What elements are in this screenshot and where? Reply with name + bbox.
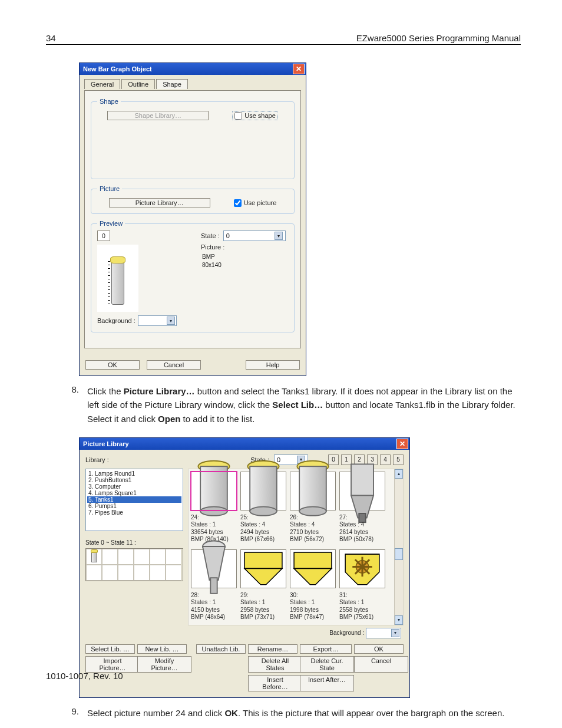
- library-list-item[interactable]: 5. Tanks1: [87, 496, 181, 503]
- thumbnail[interactable]: [290, 549, 336, 588]
- background-dropdown[interactable]: ▾: [366, 628, 401, 638]
- titlebar[interactable]: Picture Library ✕: [80, 438, 409, 450]
- tab-shape[interactable]: Shape: [156, 79, 188, 89]
- tank-icon: [240, 472, 286, 510]
- background-label: Background :: [329, 629, 364, 635]
- preview-legend: Preview: [97, 220, 125, 227]
- library-list-item[interactable]: 3. Computer: [87, 483, 181, 490]
- shape-group: Shape Shape Library… Use shape: [91, 98, 295, 179]
- state-value: 0: [226, 232, 230, 239]
- svg-rect-16: [294, 552, 332, 568]
- tank-icon: [290, 472, 336, 510]
- tab-outline[interactable]: Outline: [121, 79, 155, 89]
- page-header-title: EZware5000 Series Programming Manual: [356, 33, 521, 43]
- thumbnail[interactable]: [339, 472, 385, 510]
- scroll-down-icon[interactable]: ▾: [395, 615, 403, 625]
- thumbnail[interactable]: [191, 472, 237, 510]
- svg-marker-17: [294, 569, 332, 585]
- library-list-item[interactable]: 4. Lamps Square1: [87, 490, 181, 496]
- picture-meta-type: BMP: [202, 253, 288, 261]
- help-button[interactable]: Help: [246, 360, 300, 370]
- export-button[interactable]: Export…: [300, 644, 352, 654]
- thumbnail-meta: 30:States : 11998 bytesBMP (78x47): [290, 591, 336, 621]
- step-number: 9.: [46, 706, 87, 720]
- new-bar-graph-dialog: New Bar Graph Object ✕ General Outline S…: [79, 62, 306, 376]
- import-picture-button[interactable]: Import Picture…: [85, 656, 140, 673]
- shape-library-button[interactable]: Shape Library…: [107, 111, 209, 120]
- background-label: Background :: [97, 317, 135, 324]
- tank-icon: [339, 549, 385, 588]
- cancel-button[interactable]: Cancel: [147, 360, 201, 370]
- tank-icon: [240, 549, 286, 588]
- scrollbar[interactable]: ▴ ▾: [394, 469, 403, 625]
- svg-rect-9: [351, 464, 373, 495]
- use-picture-checkbox[interactable]: Use picture: [234, 199, 277, 207]
- ok-button[interactable]: OK: [85, 360, 140, 370]
- library-list-item[interactable]: 7. Pipes Blue: [87, 509, 181, 516]
- scroll-up-icon[interactable]: ▴: [395, 469, 403, 479]
- ok-button[interactable]: OK: [354, 644, 404, 654]
- library-label: Library :: [85, 456, 109, 463]
- dialog-title: Picture Library: [83, 440, 396, 447]
- thumbnail[interactable]: [240, 549, 286, 588]
- cancel-button[interactable]: Cancel: [354, 656, 408, 673]
- picture-legend: Picture: [97, 185, 122, 192]
- library-list-item[interactable]: 1. Lamps Round1: [87, 470, 181, 477]
- tank-preview: [97, 245, 138, 312]
- tank-icon: [339, 472, 385, 510]
- insert-before-button[interactable]: Insert Before…: [248, 675, 302, 691]
- chevron-down-icon: ▾: [167, 317, 175, 325]
- rename-button[interactable]: Rename…: [248, 644, 297, 654]
- numtab-5[interactable]: 5: [393, 454, 404, 465]
- thumbnail[interactable]: [191, 549, 237, 588]
- insert-after-button[interactable]: Insert After…: [300, 675, 354, 691]
- library-list[interactable]: 1. Lamps Round12. PushButtons13. Compute…: [85, 469, 183, 531]
- select-lib-button[interactable]: Select Lib. …: [85, 644, 135, 654]
- state-grid[interactable]: [85, 548, 183, 581]
- chevron-down-icon: ▾: [391, 629, 399, 637]
- svg-rect-4: [250, 466, 277, 511]
- svg-rect-7: [299, 466, 326, 511]
- use-shape-label: Use shape: [244, 112, 276, 119]
- picture-library-button[interactable]: Picture Library…: [109, 198, 210, 207]
- state-range-label: State 0 ~ State 11 :: [85, 539, 183, 546]
- thumbnail[interactable]: [339, 549, 385, 588]
- step-text: Click the Picture Library… button and se…: [87, 384, 521, 426]
- thumbnail[interactable]: [290, 472, 336, 510]
- tab-general[interactable]: General: [84, 79, 120, 89]
- picture-group: Picture Picture Library… Use picture: [91, 185, 295, 214]
- thumbnail[interactable]: [240, 472, 286, 510]
- delete-all-states-button[interactable]: Delete All States: [248, 656, 302, 673]
- svg-marker-15: [244, 569, 282, 585]
- page-footer: 1010-1007, Rev. 10: [46, 671, 123, 681]
- tank-icon: [191, 472, 237, 510]
- close-icon[interactable]: ✕: [396, 439, 408, 449]
- state-combo[interactable]: 0 ▾: [223, 230, 286, 241]
- state-label: State :: [201, 232, 220, 239]
- thumbnail-meta: 26:States : 42710 bytesBMP (56x72): [290, 513, 336, 543]
- tank-icon: [191, 549, 237, 588]
- delete-cur-state-button[interactable]: Delete Cur. State: [300, 656, 354, 673]
- use-shape-checkbox[interactable]: Use shape: [232, 111, 278, 120]
- modify-picture-button[interactable]: Modify Picture…: [137, 656, 191, 673]
- library-list-item[interactable]: 6. Pumps1: [87, 503, 181, 509]
- tank-icon: [290, 549, 336, 588]
- unattach-lib-button[interactable]: Unattach Lib.: [196, 644, 246, 654]
- new-lib-button[interactable]: New Lib. …: [137, 644, 187, 654]
- thumbnail-meta: 28:States : 14150 bytesBMP (48x64): [191, 591, 237, 621]
- library-list-item[interactable]: 2. PushButtons1: [87, 477, 181, 483]
- thumbnail-meta: 31:States : 12558 bytesBMP (75x61): [339, 591, 385, 621]
- titlebar[interactable]: New Bar Graph Object ✕: [80, 63, 306, 75]
- thumbnail-area: 24:States : 133654 bytesBMP (80x140)25:S…: [188, 469, 404, 625]
- chevron-down-icon: ▾: [275, 232, 283, 240]
- close-icon[interactable]: ✕: [293, 64, 305, 74]
- state-indicator: 0: [97, 230, 110, 241]
- thumbnail-meta: 25:States : 42494 bytesBMP (67x66): [240, 513, 286, 543]
- scroll-thumb[interactable]: [395, 548, 403, 560]
- use-picture-label: Use picture: [244, 199, 277, 206]
- picture-meta-size: 80x140: [202, 261, 288, 269]
- background-dropdown[interactable]: ▾: [138, 315, 177, 326]
- picture-library-dialog: Picture Library ✕ Library : State : 0 ▾ …: [79, 437, 410, 698]
- svg-rect-1: [200, 466, 227, 511]
- dialog-title: New Bar Graph Object: [83, 65, 293, 73]
